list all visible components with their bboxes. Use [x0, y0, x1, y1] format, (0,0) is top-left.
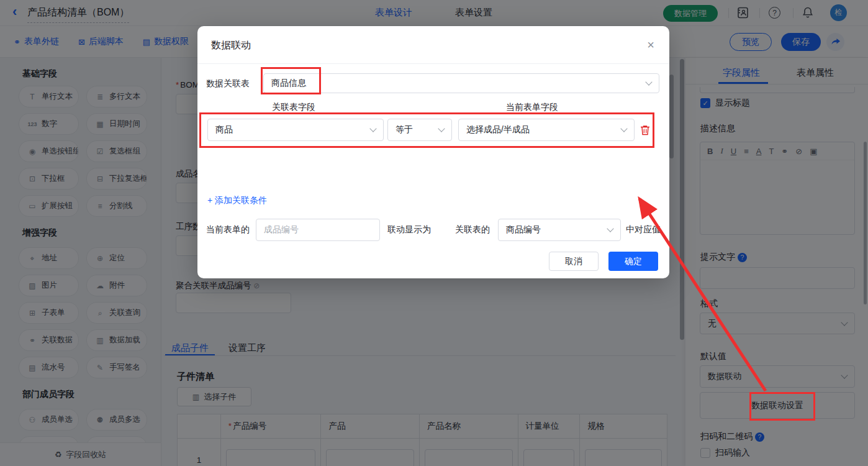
source-table-select[interactable]: 商品信息: [263, 73, 659, 93]
mapping-suffix-label: 中对应值: [626, 224, 661, 235]
close-icon[interactable]: ×: [647, 39, 654, 51]
chevron-down-icon: [607, 225, 613, 232]
chevron-down-icon: [645, 78, 652, 85]
chevron-down-icon: [369, 125, 376, 132]
cancel-button[interactable]: 取消: [549, 252, 599, 271]
condition-form-field-select[interactable]: 选择成品/半成品: [458, 119, 635, 141]
delete-condition-icon[interactable]: [640, 125, 650, 135]
column-header-form-field: 当前表单字段: [506, 102, 558, 113]
app-window: ‹ 产品结构清单（BOM） 表单设计 表单设置 数据管理 ? 检 ⚭表单外链 ⊠…: [0, 0, 868, 466]
add-condition-link[interactable]: + 添加关联条件: [207, 195, 267, 206]
modal-header-divider: [197, 63, 669, 64]
confirm-button[interactable]: 确定: [608, 252, 658, 271]
modal-title: 数据联动: [211, 39, 251, 52]
chevron-down-icon: [438, 125, 445, 132]
mapping-middle-label: 联动显示为: [387, 224, 431, 235]
column-header-rel-field: 关联表字段: [272, 102, 315, 113]
condition-operator-select[interactable]: 等于: [387, 119, 452, 141]
mapping-prefix-label: 当前表单的: [206, 224, 250, 235]
source-table-label: 数据关联表: [206, 78, 250, 89]
rel-field-select[interactable]: 商品编号: [498, 219, 621, 241]
data-linkage-modal: 数据联动 × 数据关联表 商品信息 关联表字段 当前表单字段 商品 等于 选择成…: [197, 26, 669, 278]
chevron-down-icon: [620, 125, 627, 132]
mapping-rel-label: 关联表的: [455, 224, 490, 235]
condition-rel-field-select[interactable]: 商品: [207, 119, 384, 141]
current-field-input[interactable]: 成品编号: [256, 219, 380, 241]
